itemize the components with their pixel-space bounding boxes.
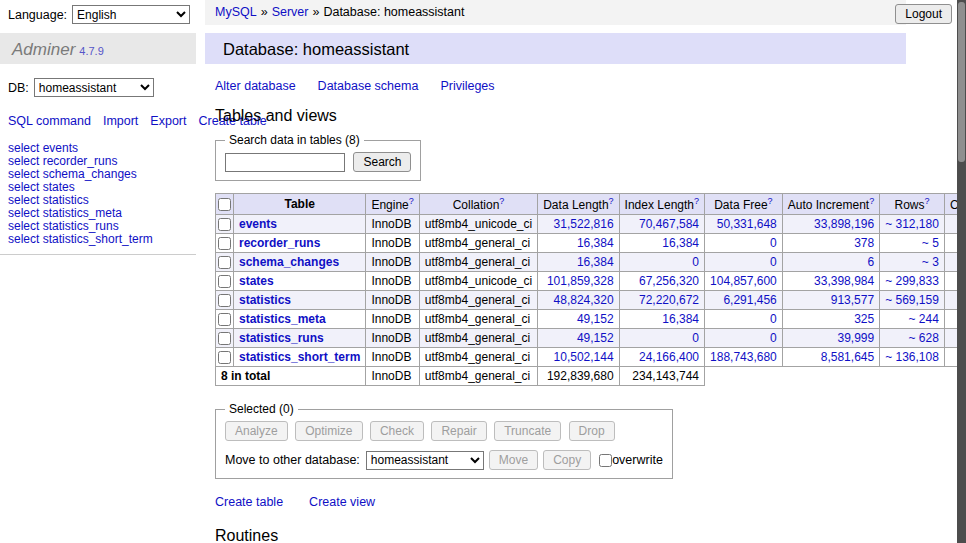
- rows-link[interactable]: ~ 3: [922, 255, 939, 269]
- analyze-button[interactable]: Analyze: [225, 421, 288, 441]
- auto-increment-link[interactable]: 33,898,196: [814, 217, 874, 231]
- app-version-link[interactable]: 4.7.9: [79, 45, 103, 57]
- table-link[interactable]: statistics_runs: [239, 331, 324, 345]
- rows-link[interactable]: ~ 244: [909, 312, 939, 326]
- data-free-link[interactable]: 0: [770, 255, 777, 269]
- rows-link[interactable]: ~ 299,833: [885, 274, 939, 288]
- data-free-link[interactable]: 0: [770, 312, 777, 326]
- data-length-link[interactable]: 49,152: [577, 331, 614, 345]
- help-icon[interactable]: ?: [499, 196, 504, 206]
- row-checkbox[interactable]: [218, 313, 231, 326]
- data-free-link[interactable]: 188,743,680: [710, 350, 777, 364]
- data-free-link[interactable]: 0: [770, 331, 777, 345]
- privileges-link[interactable]: Privileges: [440, 79, 494, 93]
- auto-increment-link[interactable]: 8,581,645: [821, 350, 874, 364]
- logout-button[interactable]: Logout: [895, 4, 952, 24]
- index-length-link[interactable]: 0: [692, 331, 699, 345]
- index-length-link[interactable]: 72,220,672: [639, 293, 699, 307]
- row-checkbox[interactable]: [218, 351, 231, 364]
- data-free-link[interactable]: 104,857,600: [710, 274, 777, 288]
- optimize-button[interactable]: Optimize: [295, 421, 362, 441]
- sidebar-link-sql-command[interactable]: SQL command: [8, 114, 91, 128]
- search-button[interactable]: Search: [353, 152, 411, 172]
- sidebar-link-import[interactable]: Import: [103, 114, 138, 128]
- check-button[interactable]: Check: [370, 421, 424, 441]
- move-button[interactable]: Move: [489, 450, 538, 470]
- data-length-link[interactable]: 31,522,816: [554, 217, 614, 231]
- create-table-link[interactable]: Create table: [215, 495, 283, 509]
- auto-increment-link[interactable]: 378: [854, 236, 874, 250]
- data-length-link[interactable]: 16,384: [577, 255, 614, 269]
- breadcrumb-mysql-link[interactable]: MySQL: [215, 5, 257, 19]
- data-length-link[interactable]: 16,384: [577, 236, 614, 250]
- data-length-link[interactable]: 49,152: [577, 312, 614, 326]
- sidebar-item-select-statistics-short-term[interactable]: select statistics_short_term: [8, 233, 196, 246]
- help-icon[interactable]: ?: [925, 196, 930, 206]
- help-icon[interactable]: ?: [609, 196, 614, 206]
- table-link[interactable]: schema_changes: [239, 255, 339, 269]
- table-link[interactable]: statistics: [239, 293, 291, 307]
- data-free-link[interactable]: 6,291,456: [723, 293, 776, 307]
- create-view-link[interactable]: Create view: [309, 495, 375, 509]
- database-schema-link[interactable]: Database schema: [318, 79, 419, 93]
- help-icon[interactable]: ?: [409, 196, 414, 206]
- auto-increment-link[interactable]: 913,577: [831, 293, 874, 307]
- row-checkbox[interactable]: [218, 275, 231, 288]
- alter-database-link[interactable]: Alter database: [215, 79, 296, 93]
- table-link[interactable]: statistics_short_term: [239, 350, 360, 364]
- table-link[interactable]: events: [239, 217, 277, 231]
- row-checkbox[interactable]: [218, 332, 231, 345]
- overwrite-checkbox[interactable]: [599, 454, 612, 467]
- engine-cell: InnoDB: [366, 234, 419, 253]
- data-length-link[interactable]: 48,824,320: [554, 293, 614, 307]
- engine-cell: InnoDB: [366, 329, 419, 348]
- move-db-select[interactable]: homeassistant: [366, 451, 484, 470]
- table-link[interactable]: statistics_meta: [239, 312, 326, 326]
- scrollbar-thumb[interactable]: [958, 2, 965, 162]
- truncate-button[interactable]: Truncate: [494, 421, 561, 441]
- data-length-link[interactable]: 10,502,144: [554, 350, 614, 364]
- rows-link[interactable]: ~ 312,180: [885, 217, 939, 231]
- help-icon[interactable]: ?: [768, 196, 773, 206]
- language-select[interactable]: English: [72, 5, 190, 24]
- index-length-link[interactable]: 16,384: [662, 312, 699, 326]
- index-length-link[interactable]: 16,384: [662, 236, 699, 250]
- search-input[interactable]: [225, 153, 345, 172]
- auto-increment-link[interactable]: 39,999: [837, 331, 874, 345]
- copy-button[interactable]: Copy: [543, 450, 591, 470]
- repair-button[interactable]: Repair: [431, 421, 486, 441]
- breadcrumb-server-link[interactable]: Server: [272, 5, 309, 19]
- table-link[interactable]: recorder_runs: [239, 236, 320, 250]
- overwrite-option[interactable]: overwrite: [599, 453, 663, 467]
- data-free-link[interactable]: 50,331,648: [717, 217, 777, 231]
- index-length-link[interactable]: 0: [692, 255, 699, 269]
- drop-button[interactable]: Drop: [569, 421, 615, 441]
- data-free-link[interactable]: 0: [770, 236, 777, 250]
- rows-link[interactable]: ~ 5: [922, 236, 939, 250]
- data-length-link[interactable]: 101,859,328: [547, 274, 614, 288]
- db-select[interactable]: homeassistant: [34, 78, 154, 97]
- rows-link[interactable]: ~ 569,159: [885, 293, 939, 307]
- breadcrumb-separator: »: [261, 5, 268, 19]
- select-all-checkbox[interactable]: [218, 198, 231, 211]
- auto-increment-link[interactable]: 6: [867, 255, 874, 269]
- row-checkbox[interactable]: [218, 256, 231, 269]
- help-icon[interactable]: ?: [694, 196, 699, 206]
- engine-cell: InnoDB: [366, 215, 419, 234]
- rows-link[interactable]: ~ 136,108: [885, 350, 939, 364]
- index-length-link[interactable]: 67,256,320: [639, 274, 699, 288]
- rows-link[interactable]: ~ 628: [909, 331, 939, 345]
- auto-increment-link[interactable]: 33,398,984: [814, 274, 874, 288]
- index-length-link[interactable]: 70,467,584: [639, 217, 699, 231]
- sidebar-link-export[interactable]: Export: [150, 114, 186, 128]
- row-checkbox[interactable]: [218, 237, 231, 250]
- overwrite-label: overwrite: [612, 453, 663, 467]
- index-length-link[interactable]: 24,166,400: [639, 350, 699, 364]
- row-checkbox[interactable]: [218, 294, 231, 307]
- auto-increment-link[interactable]: 325: [854, 312, 874, 326]
- help-icon[interactable]: ?: [869, 196, 874, 206]
- scrollbar[interactable]: [957, 0, 966, 543]
- table-link[interactable]: states: [239, 274, 274, 288]
- app-name[interactable]: Adminer: [12, 40, 75, 59]
- row-checkbox[interactable]: [218, 218, 231, 231]
